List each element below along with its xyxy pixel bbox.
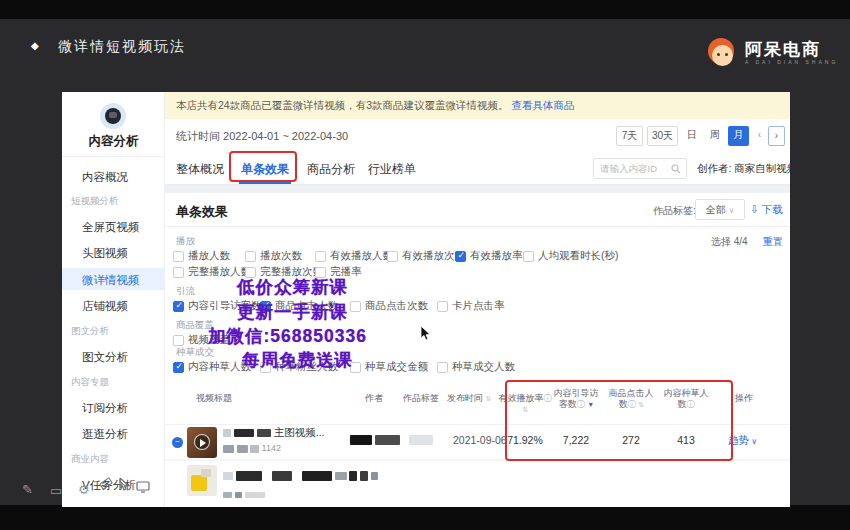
checkbox-checked-icon[interactable] — [173, 362, 184, 373]
col-header-author[interactable]: 作者 — [354, 393, 394, 404]
checkbox-valid-play-count[interactable]: 有效播放次数 — [387, 249, 465, 263]
checkbox-avg-watch-time[interactable]: 人均观看时长(秒) — [523, 249, 619, 263]
sidebar-item-subscribe-analysis[interactable]: 订阅分析 — [82, 401, 128, 416]
checkbox-play-count[interactable]: 播放次数 — [245, 249, 302, 263]
checkbox-icon[interactable] — [173, 267, 184, 278]
row-divider — [165, 459, 790, 461]
search-icon[interactable] — [671, 164, 681, 174]
checkbox-seed-buyers[interactable]: 种草成交人数 — [437, 360, 515, 374]
cursor-tool-icon[interactable] — [119, 478, 130, 491]
info-icon[interactable]: ⓘ — [577, 400, 585, 409]
range-day-button[interactable]: 日 — [682, 126, 702, 146]
guided-visitors-cell: 7,222 — [550, 434, 602, 446]
active-tab-underline — [239, 182, 291, 184]
prev-period-button[interactable]: ‹ — [753, 126, 766, 146]
col-header-product-clicks[interactable]: 商品点击人数ⓘ ⇅ — [605, 388, 657, 410]
checkbox-checked-icon[interactable] — [455, 251, 466, 262]
sidebar-item-micro-detail-video[interactable]: 微详情视频 — [82, 273, 140, 288]
sidebar-item-guangguang-analysis[interactable]: 逛逛分析 — [82, 427, 128, 442]
video-meta-cell: 1142 — [223, 443, 281, 453]
col-header-video-title[interactable]: 视频标题 — [196, 393, 232, 404]
redacted-text — [409, 435, 433, 445]
checkbox-icon[interactable] — [437, 362, 448, 373]
checkbox-valid-play-rate[interactable]: 有效播放率 — [455, 249, 523, 263]
panel-divider — [165, 226, 790, 227]
sort-icon[interactable]: ⇅ — [523, 406, 528, 413]
checkbox-valid-play-users[interactable]: 有效播放人数 — [315, 249, 393, 263]
sidebar-item-image-text-analysis[interactable]: 图文分析 — [82, 350, 128, 365]
tab-product-analysis[interactable]: 商品分析 — [307, 161, 355, 178]
video-title-cell: 主图视频... — [223, 426, 325, 440]
rectangle-tool-icon[interactable]: ▭ — [50, 483, 62, 498]
row-expand-toggle[interactable]: − — [172, 437, 183, 448]
checkbox-icon[interactable] — [173, 335, 184, 346]
tab-single-item[interactable]: 单条效果 — [241, 161, 289, 178]
table-header-divider — [165, 424, 790, 425]
checkbox-card-click-rate[interactable]: 卡片点击率 — [437, 299, 505, 313]
range-week-button[interactable]: 周 — [705, 126, 725, 146]
play-icon[interactable] — [194, 434, 210, 450]
redacted-text — [223, 472, 233, 480]
info-icon[interactable]: ⓘ — [628, 400, 636, 409]
info-icon[interactable]: ⓘ — [687, 400, 695, 409]
seed-users-cell: 413 — [660, 434, 712, 446]
checkbox-icon[interactable] — [437, 301, 448, 312]
product-clicks-cell: 272 — [605, 434, 657, 446]
reset-button[interactable]: 重置 — [763, 235, 783, 249]
group-label-play: 播放 — [176, 235, 195, 248]
tag-cell — [409, 433, 433, 445]
tab-overall[interactable]: 整体概况 — [176, 161, 224, 178]
range-30d-button[interactable]: 30天 — [647, 126, 678, 146]
settings-gear-icon[interactable]: ⚙ — [78, 482, 90, 497]
col-header-tag[interactable]: 作品标签 — [397, 393, 445, 404]
sort-icon[interactable]: ⇅ — [486, 395, 491, 402]
sort-icon[interactable]: ⇅ — [638, 401, 643, 408]
tag-filter-dropdown[interactable]: 全部 ∨ — [695, 199, 745, 220]
stat-period-label: 统计时间 2022-04-01 ~ 2022-04-30 — [176, 129, 348, 144]
presentation-frame: ◆ 微详情短视频玩法 阿呆电商 A DAI DIAN SHANG 内容分析 内容… — [0, 0, 850, 530]
checkbox-play-users[interactable]: 播放人数 — [173, 249, 230, 263]
sidebar-item-header-video[interactable]: 头图视频 — [82, 246, 128, 261]
tab-industry-ranking[interactable]: 行业榜单 — [368, 161, 416, 178]
redacted-text — [375, 435, 400, 445]
checkbox-icon[interactable] — [173, 251, 184, 262]
checkbox-checked-icon[interactable] — [173, 301, 184, 312]
trend-action[interactable]: 趋势 ∨ — [728, 434, 757, 448]
next-period-button[interactable]: › — [768, 126, 785, 146]
sidebar: 内容分析 内容概况 短视频分析 全屏页视频 头图视频 微详情视频 店铺视频 图文… — [62, 92, 165, 507]
checkbox-seed-gmv[interactable]: 种草成交金额 — [350, 360, 428, 374]
checkbox-icon[interactable] — [523, 251, 534, 262]
screen-share-icon[interactable] — [136, 481, 150, 493]
content-id-search-input[interactable]: 请输入内容ID — [593, 158, 687, 179]
redacted-text — [245, 492, 265, 498]
creator-filter-label[interactable]: 创作者: 商家自制视频 — [697, 162, 790, 176]
checkbox-content-seed-users[interactable]: 内容种草人数 — [173, 360, 251, 374]
slide-title: 微详情短视频玩法 — [58, 38, 186, 56]
checkbox-product-click-count[interactable]: 商品点击次数 — [350, 299, 428, 313]
download-button[interactable]: ⇩ 下载 — [750, 203, 783, 217]
checkbox-icon[interactable] — [315, 251, 326, 262]
video-thumbnail[interactable] — [187, 465, 217, 496]
col-header-valid-play-rate[interactable]: 有效播放率ⓘ ⇅ — [497, 393, 553, 415]
sidebar-item-shop-video[interactable]: 店铺视频 — [82, 299, 128, 314]
sidebar-item-fullscreen-video[interactable]: 全屏页视频 — [82, 220, 140, 235]
col-header-publish-date[interactable]: 发布时间 ⇅ — [447, 393, 490, 404]
sidebar-title: 内容分析 — [62, 133, 165, 150]
range-month-button[interactable]: 月 — [728, 126, 749, 146]
sidebar-item-content-overview[interactable]: 内容概况 — [82, 170, 128, 185]
video-thumbnail[interactable] — [187, 427, 217, 458]
redacted-text — [302, 471, 332, 481]
pencil-icon[interactable]: ✎ — [22, 482, 33, 497]
checkbox-icon[interactable] — [350, 301, 361, 312]
video-meta-count: 1142 — [262, 443, 281, 453]
redacted-text — [223, 429, 231, 437]
checkbox-icon[interactable] — [387, 251, 398, 262]
view-products-link[interactable]: 查看具体商品 — [511, 99, 574, 111]
range-7d-button[interactable]: 7天 — [616, 126, 643, 146]
col-header-guided-visitors[interactable]: 内容引导访客数ⓘ ▼ — [550, 388, 602, 410]
checkbox-icon[interactable] — [245, 251, 256, 262]
col-header-seed-users[interactable]: 内容种草人数ⓘ — [660, 388, 712, 410]
sort-desc-icon[interactable]: ▼ — [587, 401, 593, 408]
sidebar-section-short-video: 短视频分析 — [71, 195, 119, 208]
selection-count: 选择 4/4 — [711, 235, 748, 249]
